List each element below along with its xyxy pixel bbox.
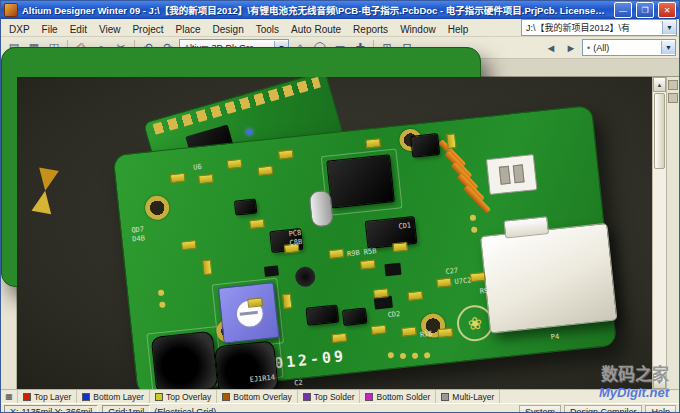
smd-passive (392, 242, 408, 253)
smd-passive (331, 333, 347, 344)
crystal-oscillator (308, 190, 334, 228)
layer-grid-icon[interactable]: ▦ (1, 390, 18, 403)
smd-component (264, 265, 279, 276)
inductor (294, 266, 316, 288)
ic-chip (343, 309, 366, 325)
scroll-down-icon[interactable]: ▼ (653, 374, 666, 389)
menu-item-window[interactable]: Window (394, 23, 442, 36)
menu-item-view[interactable]: View (93, 23, 127, 36)
layer-tab-bottom-solder[interactable]: Bottom Solder (360, 390, 436, 403)
smd-component (384, 263, 401, 277)
smd-passive (202, 259, 213, 275)
grid-mode-hint: (Electrical Grid) (154, 407, 216, 413)
layer-tab-top-layer[interactable]: Top Layer (18, 390, 77, 403)
menu-bar: DXPFileEditViewProjectPlaceDesignToolsAu… (1, 19, 679, 37)
smd-passive (329, 249, 345, 260)
smd-passive (446, 133, 457, 149)
layer-tab-bottom-layer[interactable]: Bottom Layer (77, 390, 150, 403)
filter-combo[interactable]: • (All) ▼ (582, 39, 676, 56)
panel-button-help[interactable]: Help (645, 405, 676, 413)
silkscreen-label: R9B R5B (347, 247, 377, 258)
chevron-down-icon[interactable]: ▼ (661, 41, 675, 54)
menu-item-auto-route[interactable]: Auto Route (285, 23, 347, 36)
menu-item-tools[interactable]: Tools (250, 23, 285, 36)
minimize-button[interactable]: — (614, 2, 632, 18)
smd-passive (258, 166, 274, 177)
menu-item-edit[interactable]: Edit (64, 23, 93, 36)
menu-item-project[interactable]: Project (126, 23, 169, 36)
altium-designer-window: Altium Designer Winter 09 - J:\【我的新项目201… (0, 0, 680, 413)
layer-color-chip (365, 393, 373, 401)
maximize-button[interactable]: ❐ (636, 2, 654, 18)
menu-item-design[interactable]: Design (207, 23, 250, 36)
smd-passive (437, 328, 453, 339)
menu-item-file[interactable]: File (36, 23, 64, 36)
silkscreen-label: C2 (294, 379, 303, 388)
large-white-connector (480, 223, 618, 334)
filter-value: (All) (593, 43, 658, 53)
silkscreen-label: D4B (132, 234, 145, 243)
smd-passive (249, 219, 265, 230)
title-bar: Altium Designer Winter 09 - J:\【我的新项目201… (1, 1, 679, 19)
layer-label: Top Solder (314, 392, 355, 402)
toolbar-icon[interactable]: ► (561, 38, 581, 57)
layer-label: Bottom Overlay (233, 392, 292, 402)
panel-icon[interactable] (668, 93, 678, 103)
white-connector (486, 154, 538, 195)
layer-tab-top-solder[interactable]: Top Solder (298, 390, 361, 403)
layer-tab-multi-layer[interactable]: Multi-Layer (436, 390, 500, 403)
smd-passive (436, 277, 452, 288)
silkscreen-label: U7C2 (454, 276, 472, 286)
scrollbar-thumb[interactable] (654, 93, 665, 169)
project-path-value: J:\【我的新项目2012】\有 (526, 21, 659, 34)
solder-pad (412, 352, 419, 359)
smd-passive (401, 326, 417, 337)
smd-passive (227, 159, 243, 170)
menu-item-reports[interactable]: Reports (347, 23, 394, 36)
close-button[interactable]: ✕ (658, 2, 676, 18)
solder-pad (424, 352, 431, 359)
app-logo-icon (4, 3, 18, 17)
menu-items: DXPFileEditViewProjectPlaceDesignToolsAu… (3, 19, 474, 37)
panel-button-design-compiler[interactable]: Design Compiler (564, 405, 643, 413)
chevron-down-icon[interactable]: ▼ (662, 21, 676, 34)
silkscreen-label: QD7 (131, 225, 144, 234)
grid-setting: Grid:1mil (102, 405, 150, 413)
panel-button-system[interactable]: System (519, 405, 561, 413)
vertical-scrollbar[interactable]: ▲ ▼ (652, 77, 666, 389)
solder-pad (388, 352, 395, 359)
project-path-combo[interactable]: J:\【我的新项目2012】\有 ▼ (521, 19, 677, 36)
layer-label: Top Overlay (166, 392, 211, 402)
reflection-artifact (31, 167, 61, 216)
connector-tab (503, 216, 549, 239)
scrollbar-track[interactable] (653, 170, 666, 374)
layer-tab-top-overlay[interactable]: Top Overlay (150, 390, 217, 403)
smd-passive (371, 325, 387, 336)
layer-color-chip (222, 393, 230, 401)
solder-pad (470, 215, 477, 222)
tab-pcb-doc[interactable]: PCB-电子指示.PcbDoc (134, 60, 246, 76)
smd-passive (170, 173, 186, 184)
menu-item-place[interactable]: Place (170, 23, 207, 36)
silkscreen-label: P4 (550, 332, 559, 341)
toolbar-icon[interactable]: ◄ (541, 38, 561, 57)
panel-icon[interactable] (668, 80, 678, 90)
silkscreen-label: CD2 (387, 310, 400, 319)
solder-pad (471, 226, 478, 233)
connector-slot (513, 164, 525, 183)
smd-passive (198, 174, 214, 185)
menu-item-dxp[interactable]: DXP (3, 23, 36, 36)
pcb-board[interactable]: 2012-09 ❀U6QD7D4BPC8C8BR9B R5BCD1C27U7C2… (112, 105, 617, 389)
layer-items: Top LayerBottom LayerTop OverlayBottom O… (18, 390, 500, 403)
pcb-3d-viewport[interactable]: 2012-09 ❀U6QD7D4BPC8C8BR9B R5BCD1C27U7C2… (17, 77, 652, 389)
ic-chip (327, 155, 393, 207)
scroll-up-icon[interactable]: ▲ (653, 77, 666, 92)
connector-slot (499, 166, 511, 185)
smd-passive (360, 259, 376, 270)
layer-tab-bottom-overlay[interactable]: Bottom Overlay (217, 390, 298, 403)
pcb-board-3d[interactable]: 2012-09 ❀U6QD7D4BPC8C8BR9B R5BCD1C27U7C2… (108, 77, 627, 389)
layer-label: Bottom Solder (376, 392, 430, 402)
window-title: Altium Designer Winter 09 - J:\【我的新项目201… (22, 3, 610, 17)
solder-pad (159, 301, 166, 308)
menu-item-help[interactable]: Help (442, 23, 475, 36)
